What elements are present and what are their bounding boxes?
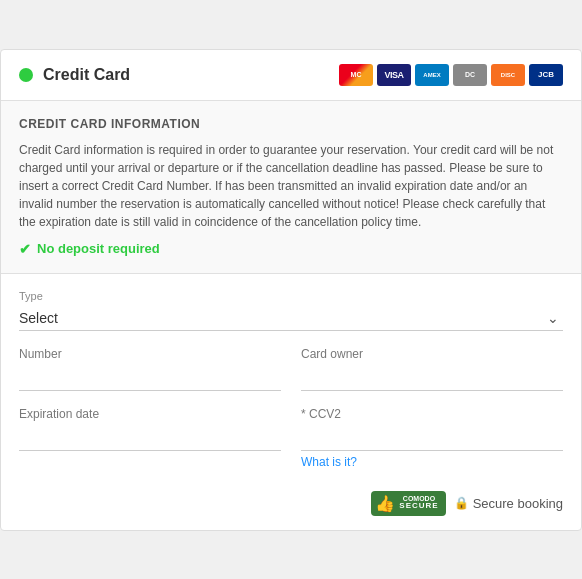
header-left: Credit Card bbox=[19, 66, 130, 84]
amex-icon: AMEX bbox=[415, 64, 449, 86]
number-label: Number bbox=[19, 347, 281, 361]
card-owner-input[interactable] bbox=[301, 367, 563, 391]
no-deposit-banner: ✔ No deposit required bbox=[19, 241, 563, 257]
what-is-it-link[interactable]: What is it? bbox=[301, 455, 357, 469]
credit-card-info-section: CREDIT CARD INFORMATION Credit Card info… bbox=[1, 101, 581, 274]
expiration-field-group: Expiration date bbox=[19, 407, 281, 469]
comodo-bottom-label: SECURE bbox=[399, 502, 438, 511]
card-owner-field-group: Card owner bbox=[301, 347, 563, 391]
footer-section: 👍 COMODO SECURE 🔒 Secure booking bbox=[1, 483, 581, 530]
card-owner-label: Card owner bbox=[301, 347, 563, 361]
ccv2-input[interactable] bbox=[301, 427, 563, 451]
ccv2-field-group: * CCV2 What is it? bbox=[301, 407, 563, 469]
type-select-wrapper: Select Visa Mastercard American Express … bbox=[19, 306, 563, 331]
expiration-input[interactable] bbox=[19, 427, 281, 451]
lock-icon: 🔒 bbox=[454, 496, 469, 510]
comodo-text: COMODO SECURE bbox=[399, 495, 438, 511]
number-field-group: Number bbox=[19, 347, 281, 391]
info-section-title: CREDIT CARD INFORMATION bbox=[19, 117, 563, 131]
mastercard-icon: MC bbox=[339, 64, 373, 86]
discover-icon: DISC bbox=[491, 64, 525, 86]
accepted-cards: MC VISA AMEX DC DISC JCB bbox=[339, 64, 563, 86]
expiration-ccv2-row: Expiration date * CCV2 What is it? bbox=[19, 407, 563, 469]
visa-icon: VISA bbox=[377, 64, 411, 86]
status-indicator bbox=[19, 68, 33, 82]
page-title: Credit Card bbox=[43, 66, 130, 84]
card-header: Credit Card MC VISA AMEX DC DISC JCB bbox=[1, 50, 581, 101]
card-form-section: Type Select Visa Mastercard American Exp… bbox=[1, 274, 581, 483]
number-input[interactable] bbox=[19, 367, 281, 391]
comodo-badge: 👍 COMODO SECURE bbox=[371, 491, 445, 516]
type-field-group: Type Select Visa Mastercard American Exp… bbox=[19, 290, 563, 331]
checkmark-icon: ✔ bbox=[19, 241, 31, 257]
ccv2-label: * CCV2 bbox=[301, 407, 563, 421]
thumbs-up-icon: 👍 bbox=[375, 494, 395, 513]
diners-icon: DC bbox=[453, 64, 487, 86]
type-label: Type bbox=[19, 290, 563, 302]
number-owner-row: Number Card owner bbox=[19, 347, 563, 391]
jcb-icon: JCB bbox=[529, 64, 563, 86]
type-select[interactable]: Select Visa Mastercard American Express bbox=[19, 306, 563, 331]
expiration-label: Expiration date bbox=[19, 407, 281, 421]
secure-booking-label: 🔒 Secure booking bbox=[454, 496, 563, 511]
credit-card-form: Credit Card MC VISA AMEX DC DISC JCB CRE… bbox=[0, 49, 582, 531]
no-deposit-label: No deposit required bbox=[37, 241, 160, 256]
info-section-body: Credit Card information is required in o… bbox=[19, 141, 563, 231]
